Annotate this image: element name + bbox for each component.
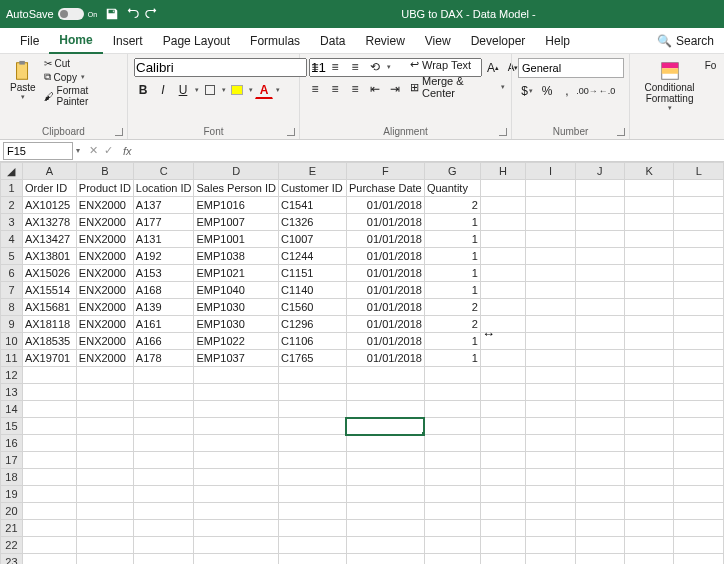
cell[interactable]: C1296 xyxy=(278,316,346,333)
cell[interactable] xyxy=(480,452,526,469)
col-header[interactable]: G xyxy=(424,163,480,180)
cell[interactable] xyxy=(133,486,194,503)
cell[interactable] xyxy=(575,197,624,214)
cell[interactable]: EMP1030 xyxy=(194,299,278,316)
cell[interactable] xyxy=(76,418,133,435)
cell[interactable]: ENX2000 xyxy=(76,282,133,299)
cell[interactable]: ENX2000 xyxy=(76,350,133,367)
format-as-table-button[interactable]: Fo xyxy=(703,58,718,139)
cell[interactable] xyxy=(76,554,133,565)
cut-button[interactable]: ✂Cut xyxy=(44,58,121,69)
cell[interactable] xyxy=(133,384,194,401)
row-header[interactable]: 13 xyxy=(1,384,23,401)
decrease-decimal-button[interactable]: ←.0 xyxy=(598,82,616,100)
cell[interactable] xyxy=(480,384,526,401)
cell[interactable] xyxy=(346,418,424,435)
cell[interactable] xyxy=(424,367,480,384)
cell[interactable] xyxy=(575,350,624,367)
cell[interactable]: Purchase Date xyxy=(346,180,424,197)
cell[interactable] xyxy=(194,452,278,469)
cell[interactable] xyxy=(76,537,133,554)
cell[interactable] xyxy=(526,452,575,469)
row-header[interactable]: 15 xyxy=(1,418,23,435)
cell[interactable] xyxy=(22,418,76,435)
row-header[interactable]: 16 xyxy=(1,435,23,452)
cell[interactable] xyxy=(575,265,624,282)
cell[interactable] xyxy=(526,367,575,384)
cell[interactable] xyxy=(22,452,76,469)
cell[interactable] xyxy=(76,486,133,503)
cell[interactable] xyxy=(480,520,526,537)
cell[interactable] xyxy=(278,401,346,418)
col-header[interactable]: J xyxy=(575,163,624,180)
cell[interactable]: A161 xyxy=(133,316,194,333)
cell[interactable] xyxy=(625,367,674,384)
fill-color-button[interactable] xyxy=(228,81,246,99)
cell[interactable] xyxy=(526,401,575,418)
cell[interactable] xyxy=(526,503,575,520)
cell[interactable] xyxy=(575,435,624,452)
cell[interactable] xyxy=(346,503,424,520)
cell[interactable]: C1106 xyxy=(278,333,346,350)
cell[interactable]: ENX2000 xyxy=(76,333,133,350)
cell[interactable] xyxy=(278,367,346,384)
cell[interactable]: 01/01/2018 xyxy=(346,231,424,248)
cell[interactable]: 1 xyxy=(424,265,480,282)
cell[interactable] xyxy=(346,401,424,418)
cell[interactable] xyxy=(424,469,480,486)
cell[interactable] xyxy=(674,180,724,197)
cell[interactable] xyxy=(674,401,724,418)
col-header[interactable]: L xyxy=(674,163,724,180)
cell[interactable] xyxy=(424,384,480,401)
cell[interactable] xyxy=(22,554,76,565)
cell[interactable]: Product ID xyxy=(76,180,133,197)
cell[interactable] xyxy=(674,299,724,316)
number-launcher-icon[interactable] xyxy=(617,128,625,136)
cell[interactable] xyxy=(133,520,194,537)
cell[interactable] xyxy=(278,452,346,469)
cell[interactable]: 01/01/2018 xyxy=(346,299,424,316)
cell[interactable] xyxy=(625,350,674,367)
cell[interactable] xyxy=(346,367,424,384)
cell[interactable] xyxy=(526,248,575,265)
cell[interactable]: C1765 xyxy=(278,350,346,367)
row-header[interactable]: 9 xyxy=(1,316,23,333)
cell[interactable] xyxy=(133,554,194,565)
cell[interactable] xyxy=(526,469,575,486)
cell[interactable] xyxy=(22,486,76,503)
cell[interactable] xyxy=(625,214,674,231)
cell[interactable] xyxy=(625,401,674,418)
cell[interactable] xyxy=(674,214,724,231)
cell[interactable]: EMP1001 xyxy=(194,231,278,248)
cell[interactable] xyxy=(575,520,624,537)
cell[interactable]: A139 xyxy=(133,299,194,316)
cell[interactable] xyxy=(424,503,480,520)
cell[interactable] xyxy=(346,520,424,537)
cell[interactable] xyxy=(133,401,194,418)
cell[interactable] xyxy=(22,469,76,486)
cell[interactable] xyxy=(674,503,724,520)
undo-icon[interactable] xyxy=(125,7,139,21)
row-header[interactable]: 23 xyxy=(1,554,23,565)
cell[interactable] xyxy=(424,554,480,565)
cell[interactable] xyxy=(22,537,76,554)
cell[interactable] xyxy=(278,520,346,537)
cell[interactable] xyxy=(526,384,575,401)
increase-decimal-button[interactable]: .00→ xyxy=(578,82,596,100)
cell[interactable] xyxy=(278,435,346,452)
percent-button[interactable]: % xyxy=(538,82,556,100)
cell[interactable]: 01/01/2018 xyxy=(346,316,424,333)
select-all-corner[interactable]: ◢ xyxy=(1,163,23,180)
cell[interactable]: 1 xyxy=(424,333,480,350)
cell[interactable]: C1151 xyxy=(278,265,346,282)
col-header[interactable]: I xyxy=(526,163,575,180)
underline-button[interactable]: U xyxy=(174,81,192,99)
cell[interactable] xyxy=(480,299,526,316)
cell[interactable] xyxy=(674,231,724,248)
cell[interactable] xyxy=(278,469,346,486)
cell[interactable]: 1 xyxy=(424,248,480,265)
cell[interactable]: EMP1038 xyxy=(194,248,278,265)
cell[interactable] xyxy=(480,197,526,214)
cell[interactable]: AX18535 xyxy=(22,333,76,350)
cell[interactable] xyxy=(575,401,624,418)
